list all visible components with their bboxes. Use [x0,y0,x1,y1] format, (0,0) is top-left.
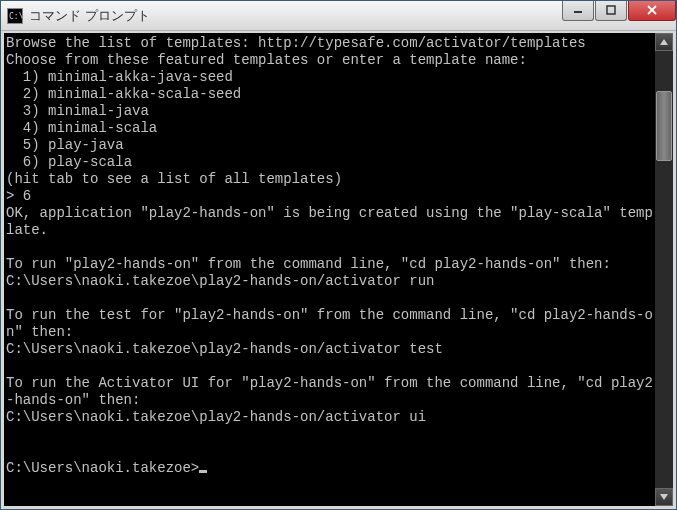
chevron-up-icon [660,39,668,45]
svg-marker-4 [660,39,668,45]
chevron-down-icon [660,494,668,500]
cmd-icon: C:\ [7,8,23,24]
svg-marker-5 [660,494,668,500]
console-output[interactable]: Browse the list of templates: http://typ… [4,33,655,506]
scrollbar-thumb[interactable] [656,91,672,161]
close-icon [646,5,658,15]
minimize-button[interactable] [562,1,594,21]
minimize-icon [573,5,583,15]
scroll-down-button[interactable] [655,488,673,506]
console-container: Browse the list of templates: http://typ… [1,31,676,509]
cursor [199,470,207,473]
scrollbar-track[interactable] [655,51,673,488]
close-button[interactable] [628,1,676,21]
scrollbar[interactable] [655,33,673,506]
scroll-up-button[interactable] [655,33,673,51]
titlebar[interactable]: C:\ コマンド プロンプト [1,1,676,31]
window-title: コマンド プロンプト [29,7,561,25]
prompt: C:\Users\naoki.takezoe> [6,460,199,476]
maximize-icon [606,5,616,15]
command-prompt-window: C:\ コマンド プロンプト Browse the list of templa… [0,0,677,510]
svg-rect-1 [607,6,615,14]
window-controls [561,1,676,23]
maximize-button[interactable] [595,1,627,21]
